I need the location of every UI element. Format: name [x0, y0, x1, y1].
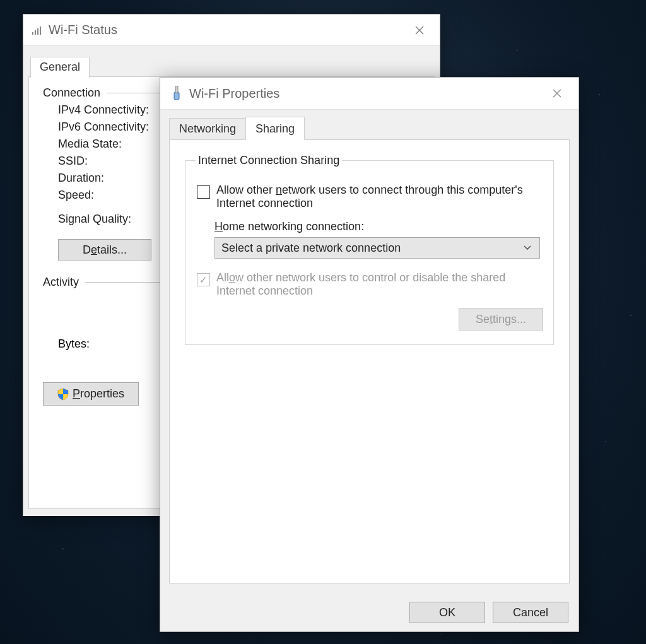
svg-rect-1: [35, 30, 36, 35]
ics-group-title: Internet Connection Sharing: [196, 154, 342, 167]
svg-rect-4: [174, 92, 179, 100]
allow-control-label: Allow other network users to control or …: [216, 271, 532, 298]
network-adapter-icon: [170, 86, 183, 101]
wifi-status-tabbar: General: [23, 46, 440, 76]
wifi-properties-window: Wi-Fi Properties Networking Sharing Inte…: [160, 77, 579, 632]
wifi-properties-footer: OK Cancel: [160, 593, 578, 632]
tab-networking[interactable]: Networking: [169, 118, 246, 140]
tab-general[interactable]: General: [30, 57, 90, 78]
wifi-status-close-button[interactable]: [405, 21, 433, 40]
home-networking-label: Home networking connection:: [214, 220, 543, 233]
wifi-status-title: Wi-Fi Status: [49, 23, 117, 37]
wifi-status-titlebar[interactable]: Wi-Fi Status: [23, 15, 440, 46]
wifi-properties-body: Networking Sharing Internet Connection S…: [160, 110, 578, 593]
svg-rect-2: [37, 28, 38, 35]
svg-rect-0: [32, 32, 33, 35]
svg-rect-3: [40, 26, 41, 35]
allow-control-row: Allow other network users to control or …: [197, 271, 543, 298]
ok-button[interactable]: OK: [409, 602, 485, 623]
wifi-properties-close-button[interactable]: [543, 84, 571, 103]
activity-label: Activity: [43, 276, 79, 289]
allow-connect-checkbox[interactable]: [197, 185, 210, 199]
cancel-button[interactable]: Cancel: [493, 602, 568, 623]
wifi-properties-titlebar[interactable]: Wi-Fi Properties: [160, 78, 578, 110]
wifi-properties-title: Wi-Fi Properties: [189, 86, 279, 101]
details-button[interactable]: Details...: [58, 239, 151, 261]
svg-rect-5: [175, 86, 178, 93]
allow-control-checkbox: [197, 273, 210, 286]
home-networking-select-value: Select a private network connection: [221, 242, 401, 255]
connection-label: Connection: [43, 86, 100, 100]
settings-button: Settings...: [459, 308, 543, 331]
uac-shield-icon: [57, 388, 69, 401]
properties-button[interactable]: Properties: [43, 382, 139, 406]
allow-connect-label: Allow other network users to connect thr…: [216, 184, 532, 210]
tab-sharing[interactable]: Sharing: [245, 117, 305, 140]
wifi-properties-tabbar: Networking Sharing: [169, 117, 570, 140]
allow-connect-row: Allow other network users to connect thr…: [197, 184, 543, 210]
home-networking-select[interactable]: Select a private network connection: [214, 237, 540, 259]
sharing-sheet: Internet Connection Sharing Allow other …: [169, 139, 570, 583]
chevron-down-icon: [522, 242, 533, 254]
wifi-signal-icon: [32, 26, 44, 35]
ics-group: Internet Connection Sharing Allow other …: [185, 154, 554, 345]
